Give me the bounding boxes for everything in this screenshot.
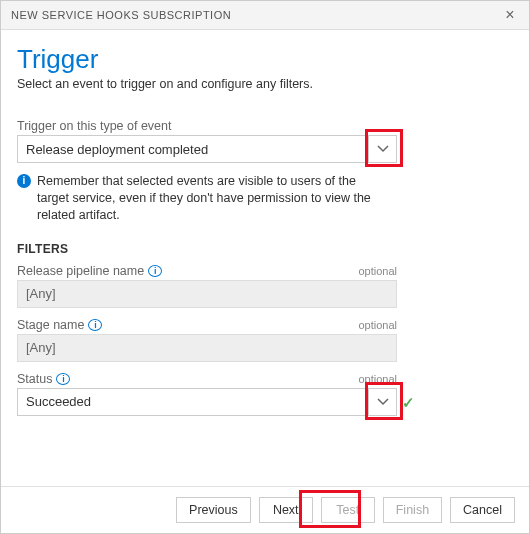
stage-select[interactable]: [Any] [17, 334, 397, 362]
page-title: Trigger [17, 44, 513, 75]
info-note: i Remember that selected events are visi… [17, 173, 387, 224]
info-icon[interactable]: i [56, 373, 70, 385]
status-select[interactable]: Succeeded ✓ [17, 388, 397, 416]
optional-tag: optional [358, 265, 397, 277]
test-button[interactable]: Test [321, 497, 375, 523]
info-icon: i [17, 174, 31, 188]
chevron-down-icon[interactable] [369, 135, 397, 163]
previous-button[interactable]: Previous [176, 497, 251, 523]
dialog: NEW SERVICE HOOKS SUBSCRIPTION × Trigger… [0, 0, 530, 534]
pipeline-value: [Any] [17, 280, 397, 308]
status-value: Succeeded [17, 388, 369, 416]
titlebar-title: NEW SERVICE HOOKS SUBSCRIPTION [11, 9, 231, 21]
page-subtitle: Select an event to trigger on and config… [17, 77, 513, 91]
info-icon[interactable]: i [88, 319, 102, 331]
chevron-down-icon[interactable] [369, 388, 397, 416]
status-label-row: Status i optional [17, 372, 397, 386]
footer: Previous Next Test Finish Cancel [1, 486, 529, 533]
event-type-label: Trigger on this type of event [17, 119, 397, 133]
close-icon[interactable]: × [501, 7, 519, 23]
optional-tag: optional [358, 373, 397, 385]
pipeline-select[interactable]: [Any] [17, 280, 397, 308]
info-icon[interactable]: i [148, 265, 162, 277]
optional-tag: optional [358, 319, 397, 331]
pipeline-label-row: Release pipeline name i optional [17, 264, 397, 278]
filters-area: Release pipeline name i optional [Any] S… [17, 264, 397, 416]
finish-button[interactable]: Finish [383, 497, 442, 523]
content: Trigger Select an event to trigger on an… [1, 30, 529, 486]
next-button[interactable]: Next [259, 497, 313, 523]
cancel-button[interactable]: Cancel [450, 497, 515, 523]
check-icon: ✓ [402, 394, 415, 412]
filters-heading: FILTERS [17, 242, 397, 256]
event-type-value: Release deployment completed [17, 135, 369, 163]
event-type-select[interactable]: Release deployment completed [17, 135, 397, 163]
stage-value: [Any] [17, 334, 397, 362]
stage-label-row: Stage name i optional [17, 318, 397, 332]
titlebar: NEW SERVICE HOOKS SUBSCRIPTION × [1, 1, 529, 30]
